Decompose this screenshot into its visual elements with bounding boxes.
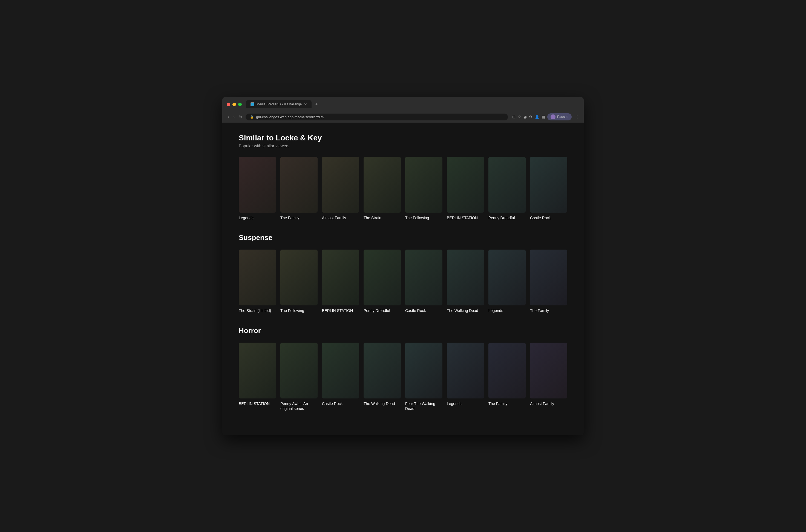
list-item[interactable]: The Following xyxy=(280,250,318,313)
maximize-button[interactable] xyxy=(238,102,242,106)
media-card xyxy=(405,250,443,305)
list-item[interactable]: The Strain xyxy=(363,157,401,220)
media-card-inner xyxy=(530,157,567,213)
media-title: Penny Dreadful xyxy=(488,215,526,220)
media-title: Almost Family xyxy=(322,215,359,220)
media-row-similar: LegendsThe FamilyAlmost FamilyThe Strain… xyxy=(239,157,567,220)
back-button[interactable]: ‹ xyxy=(227,114,230,120)
media-card xyxy=(447,157,484,213)
media-card-inner xyxy=(405,157,443,213)
extension-icon-1[interactable]: ◉ xyxy=(523,115,527,119)
list-item[interactable]: Penny Dreadful xyxy=(488,157,526,220)
profile-icon[interactable]: 👤 xyxy=(535,115,539,119)
list-item[interactable]: The Walking Dead xyxy=(363,343,401,411)
media-card xyxy=(530,157,567,213)
list-item[interactable]: BERLIN STATION xyxy=(447,157,484,220)
title-bar: 🌐 Media Scroller | GUI Challenge ✕ + xyxy=(222,97,584,111)
media-title: The Following xyxy=(280,308,318,313)
section-similar: Similar to Locke & KeyPopular with simil… xyxy=(239,134,567,220)
media-card-inner xyxy=(239,157,276,213)
list-item[interactable]: Almost Family xyxy=(322,157,359,220)
media-card xyxy=(363,250,401,305)
section-title-horror: Horror xyxy=(239,326,567,335)
media-card-inner xyxy=(488,343,526,398)
cast-icon[interactable]: ▤ xyxy=(542,115,545,119)
media-card-inner xyxy=(322,250,359,305)
media-title: Legends xyxy=(239,215,276,220)
reload-button[interactable]: ↻ xyxy=(238,114,243,120)
media-card xyxy=(488,250,526,305)
media-card-inner xyxy=(322,343,359,398)
list-item[interactable]: Almost Family xyxy=(530,343,567,411)
list-item[interactable]: The Family xyxy=(530,250,567,313)
media-title: The Walking Dead xyxy=(447,308,484,313)
close-button[interactable] xyxy=(227,102,230,106)
media-card-inner xyxy=(239,343,276,398)
media-card xyxy=(322,343,359,398)
list-item[interactable]: Legends xyxy=(488,250,526,313)
minimize-button[interactable] xyxy=(232,102,236,106)
list-item[interactable]: Penny Awful: An original series xyxy=(280,343,318,411)
menu-dots-icon[interactable]: ⋮ xyxy=(575,114,579,119)
list-item[interactable]: Castle Rock xyxy=(405,250,443,313)
extension-icon-2[interactable]: ⚙ xyxy=(529,115,532,119)
list-item[interactable]: Legends xyxy=(239,157,276,220)
media-card xyxy=(239,343,276,398)
list-item[interactable]: The Family xyxy=(488,343,526,411)
media-card-inner xyxy=(488,157,526,213)
section-title-suspense: Suspense xyxy=(239,233,567,242)
list-item[interactable]: BERLIN STATION xyxy=(322,250,359,313)
forward-button[interactable]: › xyxy=(232,114,236,120)
new-tab-button[interactable]: + xyxy=(313,100,320,108)
media-card-inner xyxy=(447,157,484,213)
list-item[interactable]: The Strain (limited) xyxy=(239,250,276,313)
media-card-inner xyxy=(363,157,401,213)
paused-button[interactable]: Paused xyxy=(547,113,571,120)
media-title: BERLIN STATION xyxy=(322,308,359,313)
media-card-inner xyxy=(363,250,401,305)
browser-window: 🌐 Media Scroller | GUI Challenge ✕ + ‹ ›… xyxy=(222,97,584,435)
media-title: Castle Rock xyxy=(530,215,567,220)
media-title: The Walking Dead xyxy=(363,401,401,406)
list-item[interactable]: Castle Rock xyxy=(322,343,359,411)
list-item[interactable]: Castle Rock xyxy=(530,157,567,220)
media-title: Castle Rock xyxy=(322,401,359,406)
media-card-inner xyxy=(447,250,484,305)
media-card-inner xyxy=(239,250,276,305)
tab-title: Media Scroller | GUI Challenge xyxy=(257,102,302,106)
paused-label: Paused xyxy=(557,115,568,119)
list-item[interactable]: The Family xyxy=(280,157,318,220)
screen-share-icon[interactable]: ⊡ xyxy=(512,115,516,119)
media-card-inner xyxy=(530,343,567,398)
bookmark-icon[interactable]: ☆ xyxy=(518,115,521,119)
tab-favicon: 🌐 xyxy=(250,102,254,106)
media-card xyxy=(405,343,443,398)
media-card xyxy=(280,250,318,305)
list-item[interactable]: Fear The Walking Dead xyxy=(405,343,443,411)
list-item[interactable]: Legends xyxy=(447,343,484,411)
media-card-inner xyxy=(405,343,443,398)
media-card xyxy=(488,157,526,213)
list-item[interactable]: Penny Dreadful xyxy=(363,250,401,313)
media-card xyxy=(363,157,401,213)
media-card xyxy=(322,250,359,305)
tab-bar: 🌐 Media Scroller | GUI Challenge ✕ + xyxy=(246,100,579,108)
media-card-inner xyxy=(447,343,484,398)
tab-close-button[interactable]: ✕ xyxy=(304,102,307,107)
media-title: Legends xyxy=(447,401,484,406)
media-title: BERLIN STATION xyxy=(447,215,484,220)
media-card-inner xyxy=(530,250,567,305)
media-card-inner xyxy=(488,250,526,305)
media-title: Castle Rock xyxy=(405,308,443,313)
media-title: The Family xyxy=(280,215,318,220)
list-item[interactable]: BERLIN STATION xyxy=(239,343,276,411)
page-content: Similar to Locke & KeyPopular with simil… xyxy=(222,122,584,435)
media-card xyxy=(280,157,318,213)
address-bar[interactable]: 🔒 gui-challenges.web.app/media-scroller/… xyxy=(246,114,508,120)
list-item[interactable]: The Following xyxy=(405,157,443,220)
media-title: BERLIN STATION xyxy=(239,401,276,406)
list-item[interactable]: The Walking Dead xyxy=(447,250,484,313)
paused-avatar xyxy=(550,114,556,119)
active-tab[interactable]: 🌐 Media Scroller | GUI Challenge ✕ xyxy=(246,100,312,108)
address-bar-row: ‹ › ↻ 🔒 gui-challenges.web.app/media-scr… xyxy=(222,111,584,122)
